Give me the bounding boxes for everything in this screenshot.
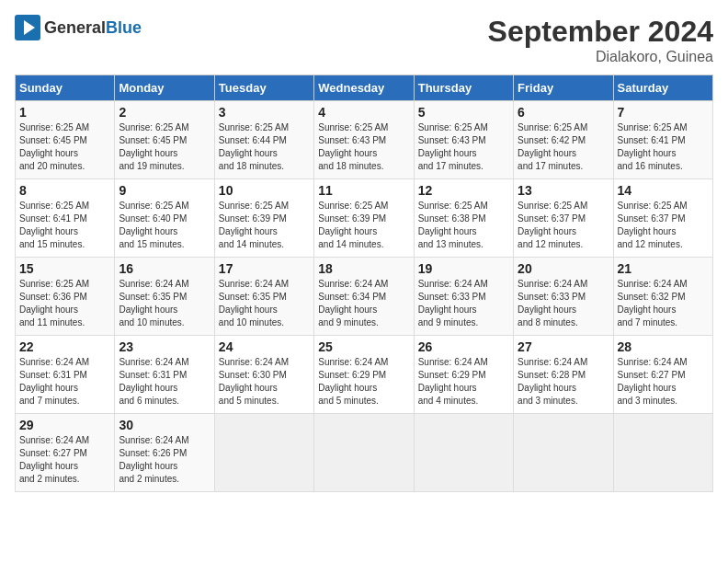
day-info: Sunrise: 6:24 AMSunset: 6:27 PMDaylight … — [618, 357, 688, 406]
calendar-cell: 15 Sunrise: 6:25 AMSunset: 6:36 PMDaylig… — [16, 258, 115, 336]
day-number: 8 — [19, 183, 110, 198]
day-number: 29 — [19, 418, 110, 432]
calendar-cell: 3 Sunrise: 6:25 AMSunset: 6:44 PMDayligh… — [214, 101, 313, 179]
day-info: Sunrise: 6:25 AMSunset: 6:41 PMDaylight … — [618, 122, 688, 171]
day-number: 21 — [618, 261, 709, 276]
day-number: 6 — [518, 105, 609, 120]
logo-general-text: General — [44, 18, 106, 37]
day-number: 12 — [418, 183, 509, 198]
day-number: 27 — [518, 339, 609, 354]
day-number: 11 — [318, 183, 409, 198]
day-number: 24 — [219, 339, 310, 354]
day-number: 20 — [518, 261, 609, 276]
calendar-cell: 26 Sunrise: 6:24 AMSunset: 6:29 PMDaylig… — [414, 336, 513, 414]
calendar-cell: 12 Sunrise: 6:25 AMSunset: 6:38 PMDaylig… — [414, 179, 513, 258]
day-info: Sunrise: 6:24 AMSunset: 6:29 PMDaylight … — [318, 357, 388, 406]
day-info: Sunrise: 6:24 AMSunset: 6:35 PMDaylight … — [219, 279, 289, 327]
col-saturday: Saturday — [613, 75, 712, 101]
day-info: Sunrise: 6:25 AMSunset: 6:45 PMDaylight … — [19, 122, 89, 171]
calendar-header-row: Sunday Monday Tuesday Wednesday Thursday… — [16, 75, 713, 101]
col-sunday: Sunday — [16, 75, 115, 101]
calendar-cell: 13 Sunrise: 6:25 AMSunset: 6:37 PMDaylig… — [514, 179, 613, 258]
day-number: 13 — [518, 183, 609, 198]
calendar-cell: 5 Sunrise: 6:25 AMSunset: 6:43 PMDayligh… — [414, 101, 513, 179]
logo: GeneralBlue — [15, 15, 142, 40]
calendar-cell: 23 Sunrise: 6:24 AMSunset: 6:31 PMDaylig… — [115, 336, 214, 414]
day-number: 16 — [119, 261, 210, 276]
day-info: Sunrise: 6:24 AMSunset: 6:27 PMDaylight … — [19, 435, 89, 484]
day-number: 10 — [219, 183, 310, 198]
calendar-cell — [414, 414, 513, 492]
calendar-cell: 21 Sunrise: 6:24 AMSunset: 6:32 PMDaylig… — [613, 258, 712, 336]
logo-icon — [15, 15, 40, 40]
calendar-cell: 29 Sunrise: 6:24 AMSunset: 6:27 PMDaylig… — [16, 414, 115, 492]
calendar-cell: 7 Sunrise: 6:25 AMSunset: 6:41 PMDayligh… — [613, 101, 712, 179]
day-info: Sunrise: 6:25 AMSunset: 6:41 PMDaylight … — [19, 201, 89, 249]
day-info: Sunrise: 6:25 AMSunset: 6:43 PMDaylight … — [418, 122, 488, 171]
calendar-cell: 17 Sunrise: 6:24 AMSunset: 6:35 PMDaylig… — [214, 258, 313, 336]
day-info: Sunrise: 6:25 AMSunset: 6:45 PMDaylight … — [119, 122, 188, 171]
day-number: 7 — [618, 105, 709, 120]
calendar-cell: 10 Sunrise: 6:25 AMSunset: 6:39 PMDaylig… — [214, 179, 313, 258]
calendar-cell — [214, 414, 313, 492]
calendar-cell: 30 Sunrise: 6:24 AMSunset: 6:26 PMDaylig… — [115, 414, 214, 492]
day-info: Sunrise: 6:25 AMSunset: 6:37 PMDaylight … — [518, 201, 587, 249]
day-number: 26 — [418, 339, 509, 354]
calendar-cell: 25 Sunrise: 6:24 AMSunset: 6:29 PMDaylig… — [314, 336, 414, 414]
col-wednesday: Wednesday — [314, 75, 414, 101]
day-number: 14 — [618, 183, 709, 198]
day-number: 2 — [119, 105, 210, 120]
day-number: 17 — [219, 261, 310, 276]
calendar-cell: 14 Sunrise: 6:25 AMSunset: 6:37 PMDaylig… — [613, 179, 712, 258]
day-info: Sunrise: 6:24 AMSunset: 6:34 PMDaylight … — [318, 279, 388, 327]
calendar-week-row: 15 Sunrise: 6:25 AMSunset: 6:36 PMDaylig… — [16, 258, 713, 336]
day-number: 25 — [318, 339, 409, 354]
col-tuesday: Tuesday — [214, 75, 313, 101]
calendar-cell: 28 Sunrise: 6:24 AMSunset: 6:27 PMDaylig… — [613, 336, 712, 414]
day-info: Sunrise: 6:24 AMSunset: 6:26 PMDaylight … — [119, 435, 188, 484]
day-number: 28 — [618, 339, 709, 354]
calendar-cell — [314, 414, 414, 492]
title-area: September 2024 Dialakoro, Guinea — [488, 15, 713, 65]
day-number: 15 — [19, 261, 110, 276]
calendar-week-row: 1 Sunrise: 6:25 AMSunset: 6:45 PMDayligh… — [16, 101, 713, 179]
col-thursday: Thursday — [414, 75, 513, 101]
col-monday: Monday — [115, 75, 214, 101]
day-info: Sunrise: 6:25 AMSunset: 6:39 PMDaylight … — [318, 201, 388, 249]
calendar-cell — [514, 414, 613, 492]
day-number: 19 — [418, 261, 509, 276]
day-number: 3 — [219, 105, 310, 120]
location-title: Dialakoro, Guinea — [488, 49, 713, 65]
logo-blue-text: Blue — [106, 18, 142, 37]
day-number: 18 — [318, 261, 409, 276]
calendar-table: Sunday Monday Tuesday Wednesday Thursday… — [15, 75, 713, 492]
day-info: Sunrise: 6:24 AMSunset: 6:31 PMDaylight … — [119, 357, 188, 406]
day-info: Sunrise: 6:25 AMSunset: 6:39 PMDaylight … — [219, 201, 289, 249]
day-number: 22 — [19, 339, 110, 354]
calendar-week-row: 8 Sunrise: 6:25 AMSunset: 6:41 PMDayligh… — [16, 179, 713, 258]
calendar-cell: 24 Sunrise: 6:24 AMSunset: 6:30 PMDaylig… — [214, 336, 313, 414]
calendar-week-row: 29 Sunrise: 6:24 AMSunset: 6:27 PMDaylig… — [16, 414, 713, 492]
day-number: 1 — [19, 105, 110, 120]
day-info: Sunrise: 6:25 AMSunset: 6:40 PMDaylight … — [119, 201, 188, 249]
day-info: Sunrise: 6:25 AMSunset: 6:42 PMDaylight … — [518, 122, 587, 171]
day-number: 23 — [119, 339, 210, 354]
day-info: Sunrise: 6:25 AMSunset: 6:36 PMDaylight … — [19, 279, 89, 327]
day-number: 4 — [318, 105, 409, 120]
day-info: Sunrise: 6:25 AMSunset: 6:37 PMDaylight … — [618, 201, 688, 249]
day-info: Sunrise: 6:25 AMSunset: 6:44 PMDaylight … — [219, 122, 289, 171]
calendar-cell: 4 Sunrise: 6:25 AMSunset: 6:43 PMDayligh… — [314, 101, 414, 179]
calendar-cell — [613, 414, 712, 492]
day-number: 9 — [119, 183, 210, 198]
day-info: Sunrise: 6:24 AMSunset: 6:30 PMDaylight … — [219, 357, 289, 406]
day-number: 30 — [119, 418, 210, 432]
header: GeneralBlue September 2024 Dialakoro, Gu… — [15, 15, 713, 65]
day-info: Sunrise: 6:24 AMSunset: 6:33 PMDaylight … — [418, 279, 488, 327]
calendar-cell: 19 Sunrise: 6:24 AMSunset: 6:33 PMDaylig… — [414, 258, 513, 336]
calendar-cell: 22 Sunrise: 6:24 AMSunset: 6:31 PMDaylig… — [16, 336, 115, 414]
month-title: September 2024 — [488, 15, 713, 49]
calendar-cell: 6 Sunrise: 6:25 AMSunset: 6:42 PMDayligh… — [514, 101, 613, 179]
day-info: Sunrise: 6:25 AMSunset: 6:43 PMDaylight … — [318, 122, 388, 171]
day-info: Sunrise: 6:24 AMSunset: 6:29 PMDaylight … — [418, 357, 488, 406]
calendar-cell: 9 Sunrise: 6:25 AMSunset: 6:40 PMDayligh… — [115, 179, 214, 258]
